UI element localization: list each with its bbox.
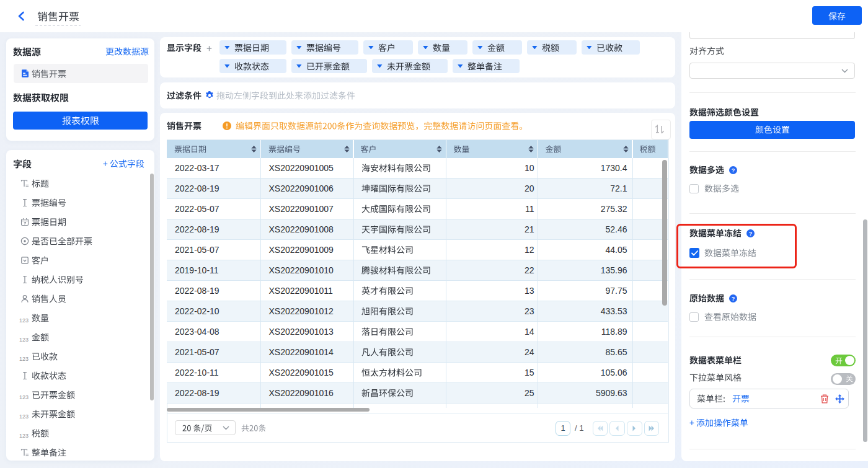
svg-text:?: ? <box>732 167 735 173</box>
svg-text:?: ? <box>732 295 735 301</box>
svg-text:?: ? <box>749 230 753 236</box>
